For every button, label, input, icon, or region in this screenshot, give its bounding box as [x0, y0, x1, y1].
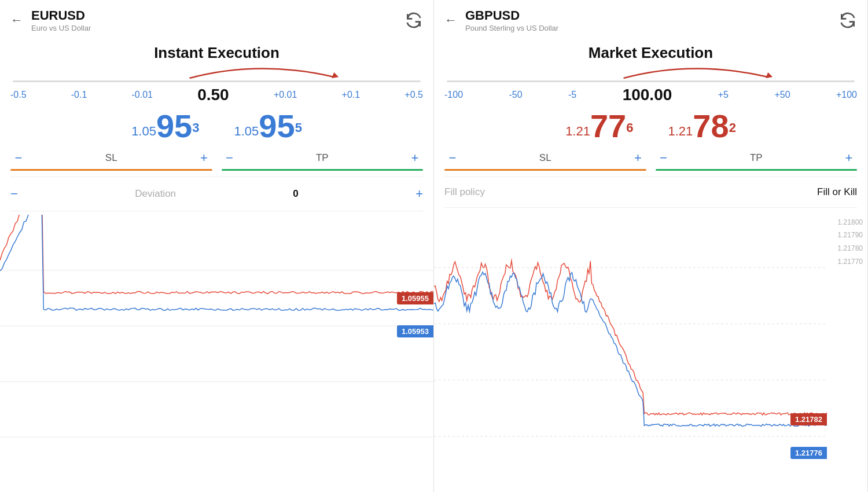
slider-val-0[interactable]: -0.5 [10, 90, 27, 100]
gbpusd-refresh-icon[interactable] [838, 11, 857, 30]
gbpusd-title: GBPUSD [465, 8, 558, 23]
sl-controls: − SL + [10, 148, 212, 168]
svg-marker-1 [766, 72, 773, 78]
sl-underline [10, 169, 212, 171]
eurusd-header: ← EURUSD Euro vs US Dollar [0, 0, 433, 38]
gbpusd-panel: ← GBPUSD Pound Sterling vs US Dollar Mar… [434, 0, 868, 492]
gbpusd-divider-2 [444, 207, 857, 208]
slider-arrow [10, 64, 423, 80]
refresh-icon[interactable] [404, 11, 423, 30]
gbpusd-price-row: 1.21 77 6 1.21 78 2 [434, 105, 867, 146]
gbpusd-sl-underline [444, 169, 646, 171]
slider-val-4[interactable]: +0.01 [274, 90, 297, 100]
gbpusd-tp-plus-btn[interactable]: + [841, 150, 857, 166]
slider-labels: -0.5 -0.1 -0.01 0.50 +0.01 +0.1 +0.5 [10, 82, 423, 105]
gbpusd-slider-val-1[interactable]: -50 [509, 90, 522, 100]
eurusd-ask-price: 1.05 95 5 [234, 110, 302, 142]
gbpusd-tp-label: TP [750, 152, 763, 164]
gbpusd-tp-controls: − TP + [656, 148, 858, 168]
slider-val-2[interactable]: -0.01 [132, 90, 153, 100]
gbpusd-header: ← GBPUSD Pound Sterling vs US Dollar [434, 0, 867, 38]
divider-2 [10, 211, 423, 211]
gbpusd-tp-minus-btn[interactable]: − [656, 150, 672, 166]
gbpusd-slider-val-5[interactable]: +50 [774, 90, 790, 100]
gbpusd-chart: 1.21800 1.21790 1.21780 1.21770 1.21782 … [434, 211, 867, 493]
gbpusd-ask-prefix: 1.21 [668, 124, 693, 142]
slider-val-3-active[interactable]: 0.50 [197, 86, 229, 104]
eurusd-panel: ← EURUSD Euro vs US Dollar Instant Execu… [0, 0, 434, 492]
execution-title: Instant Execution [0, 38, 433, 64]
bid-super: 3 [192, 120, 199, 142]
gbpusd-sl-plus-btn[interactable]: + [630, 150, 646, 166]
gbpusd-slider-val-4[interactable]: +5 [718, 90, 729, 100]
ask-main: 95 [259, 110, 295, 142]
tp-block: − TP + [222, 148, 424, 171]
red-arc-arrow [10, 64, 423, 80]
gbpusd-title-block: GBPUSD Pound Sterling vs US Dollar [465, 8, 558, 32]
eurusd-title-block: EURUSD Euro vs US Dollar [31, 8, 91, 32]
gbpusd-sl-tp-row: − SL + − TP + [434, 146, 867, 173]
axis-label-4: 1.21770 [838, 255, 863, 269]
sl-block: − SL + [10, 148, 212, 171]
gbpusd-back-button[interactable]: ← [444, 13, 457, 28]
gbpusd-ask-price: 1.21 78 2 [668, 110, 736, 142]
gbpusd-axis-labels: 1.21800 1.21790 1.21780 1.21770 [838, 216, 863, 269]
gbpusd-slider-val-6[interactable]: +100 [836, 90, 857, 100]
fill-policy-row: Fill policy Fill or Kill [434, 181, 867, 204]
gbpusd-ask-main: 78 [693, 110, 729, 142]
tp-underline [222, 169, 424, 171]
axis-label-1: 1.21800 [838, 216, 863, 229]
axis-label-2: 1.21790 [838, 229, 863, 242]
ask-super: 5 [295, 120, 302, 142]
tp-plus-btn[interactable]: + [407, 150, 423, 166]
eurusd-chart: 1.05955 1.05953 [0, 215, 433, 493]
gbpusd-subtitle: Pound Sterling vs US Dollar [465, 24, 558, 32]
slider-val-5[interactable]: +0.1 [342, 90, 361, 100]
eurusd-bid-price: 1.05 95 3 [131, 110, 199, 142]
gbpusd-sl-minus-btn[interactable]: − [444, 150, 461, 166]
gbpusd-bid-price: 1.21 77 6 [565, 110, 633, 142]
gbpusd-slider-arrow [444, 64, 857, 80]
gbpusd-bid-label: 1.21776 [790, 447, 827, 459]
gbpusd-slider-val-2[interactable]: -5 [568, 90, 576, 100]
gbpusd-bid-super: 6 [626, 120, 633, 142]
gbpusd-bid-prefix: 1.21 [565, 124, 590, 142]
svg-marker-0 [332, 72, 339, 78]
deviation-row: − Deviation 0 + [0, 181, 433, 207]
bid-main: 95 [156, 110, 192, 142]
gbpusd-sl-controls: − SL + [444, 148, 646, 168]
slider-val-1[interactable]: -0.1 [71, 90, 87, 100]
fill-policy-value[interactable]: Fill or Kill [817, 186, 857, 198]
gbpusd-ask-super: 2 [729, 120, 736, 142]
eurusd-sl-tp-row: − SL + − TP + [0, 146, 433, 173]
fill-policy-label: Fill policy [444, 186, 485, 198]
eurusd-bid-label: 1.05953 [397, 325, 433, 337]
gbpusd-header-left: ← GBPUSD Pound Sterling vs US Dollar [444, 8, 558, 32]
gbpusd-divider-1 [444, 177, 857, 177]
eurusd-title: EURUSD [31, 8, 91, 23]
deviation-label: Deviation [135, 188, 176, 200]
eurusd-chart-canvas [0, 215, 433, 493]
gbpusd-slider-val-3-active[interactable]: 100.00 [623, 86, 672, 104]
eurusd-price-row: 1.05 95 3 1.05 95 5 [0, 105, 433, 146]
gbpusd-slider[interactable]: -100 -50 -5 100.00 +5 +50 +100 [434, 80, 867, 105]
gbpusd-slider-val-0[interactable]: -100 [444, 90, 463, 100]
tp-label: TP [316, 152, 329, 164]
back-button[interactable]: ← [10, 13, 23, 28]
eurusd-subtitle: Euro vs US Dollar [31, 24, 91, 32]
eurusd-slider[interactable]: -0.5 -0.1 -0.01 0.50 +0.01 +0.1 +0.5 [0, 80, 433, 105]
slider-val-6[interactable]: +0.5 [404, 90, 423, 100]
axis-label-3: 1.21780 [838, 242, 863, 255]
tp-controls: − TP + [222, 148, 424, 168]
divider-1 [10, 177, 423, 177]
sl-minus-btn[interactable]: − [10, 150, 27, 166]
gbpusd-tp-block: − TP + [656, 148, 858, 171]
sl-plus-btn[interactable]: + [196, 150, 212, 166]
tp-minus-btn[interactable]: − [222, 150, 238, 166]
eurusd-ask-label: 1.05955 [397, 292, 433, 304]
gbpusd-ask-label: 1.21782 [790, 413, 827, 425]
deviation-minus-btn[interactable]: − [10, 186, 18, 201]
deviation-plus-btn[interactable]: + [415, 186, 423, 201]
deviation-value: 0 [293, 188, 298, 200]
sl-label: SL [105, 152, 117, 164]
